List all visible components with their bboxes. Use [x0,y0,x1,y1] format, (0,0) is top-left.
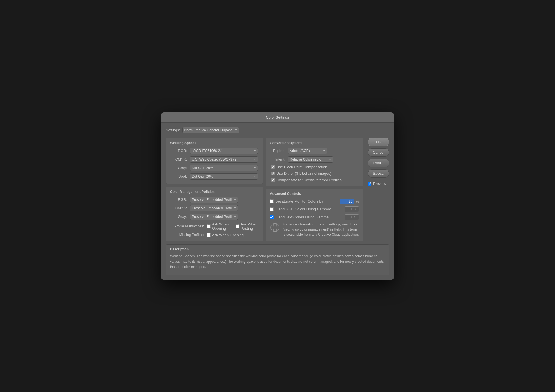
black-point-checkbox[interactable] [271,165,275,169]
advanced-title: Advanced Controls [270,192,359,196]
rgb-label: RGB: [170,149,187,153]
dither-label: Use Dither (8-bit/channel images) [276,171,331,176]
dither-checkbox[interactable] [271,172,275,175]
policy-gray-row: Gray: Preserve Embedded Profiles [170,214,259,220]
rgb-dropdown[interactable]: sRGB IEC61966-2.1 [190,148,258,154]
cmyk-label: CMYK: [170,157,187,161]
conversion-title: Conversion Options [270,141,359,145]
description-section: Description Working Spaces: The working … [166,244,389,275]
black-point-label: Use Black Point Compensation [276,165,327,169]
spot-row: Spot: Dot Gain 20% [170,173,259,180]
settings-dropdown[interactable]: North America General Purpose 2 [182,127,239,133]
blend-rgb-row: Blend RGB Colors Using Gamma: [270,206,359,212]
policy-gray-label: Gray: [170,214,187,219]
missing-profiles-row: Missing Profiles: Ask When Opening [170,233,259,237]
preview-checkbox[interactable] [368,182,371,186]
dither-row: Use Dither (8-bit/channel images) [270,171,359,176]
color-management-title: Color Management Policies [170,190,259,194]
intent-label: Intent: [270,157,285,161]
preview-container: Preview [368,182,389,186]
policy-gray-dropdown[interactable]: Preserve Embedded Profiles [190,214,238,220]
blend-text-row: Blend Text Colors Using Gamma: [270,214,359,220]
ask-opening-check: Ask When Opening [207,222,232,231]
preview-label: Preview [373,182,386,186]
spot-label: Spot: [170,174,187,178]
gray-dropdown[interactable]: Dot Gain 20% [190,165,258,171]
right-area: Conversion Options Engine: Adobe (ACE) I… [266,138,363,241]
scene-referred-row: Compensate for Scene-referred Profiles [270,178,359,182]
policy-rgb-label: RGB: [170,197,187,202]
mismatches-label: Profile Mismatches: [170,224,204,228]
info-row: For more information on color settings, … [270,220,359,237]
policy-rgb-row: RGB: Preserve Embedded Profiles [170,197,259,203]
blend-text-checkbox[interactable] [270,215,274,219]
color-management-section: Color Management Policies RGB: Preserve … [166,187,263,241]
missing-ask-opening-label: Ask When Opening [212,233,244,237]
policy-rgb-dropdown[interactable]: Preserve Embedded Profiles [190,197,238,203]
scene-referred-checkbox[interactable] [271,178,275,182]
preview-check: Preview [368,182,389,186]
main-content: Working Spaces RGB: sRGB IEC61966-2.1 CM… [166,138,389,241]
blend-rgb-checkbox[interactable] [270,207,274,211]
conversion-options-section: Conversion Options Engine: Adobe (ACE) I… [266,138,363,186]
left-panel: Working Spaces RGB: sRGB IEC61966-2.1 CM… [166,138,263,241]
info-text: For more information on color settings, … [283,222,359,237]
desaturate-checkbox[interactable] [270,199,274,203]
policy-cmyk-row: CMYK: Preserve Embedded Profiles [170,205,259,211]
ask-pasting-label: Ask When Pasting [241,222,259,231]
cancel-button[interactable]: Cancel [368,148,389,157]
blend-rgb-input[interactable] [345,206,359,212]
spot-dropdown[interactable]: Dot Gain 20% [190,173,258,180]
load-button[interactable]: Load... [368,159,389,167]
settings-row: Settings: North America General Purpose … [166,127,389,133]
blend-rgb-label: Blend RGB Colors Using Gamma: [275,207,343,211]
blend-text-input[interactable] [345,214,359,220]
intent-row: Intent: Relative Colorimetric [270,156,359,163]
percent-label: % [356,199,359,203]
ask-opening-label: Ask When Opening [212,222,232,231]
desaturate-input[interactable] [340,199,354,204]
missing-ask-opening-checkbox[interactable] [207,233,211,237]
missing-checks: Ask When Opening [207,233,244,237]
profile-mismatches-row: Profile Mismatches: Ask When Opening Ask… [170,222,259,231]
engine-label: Engine: [270,149,285,153]
cmyk-row: CMYK: U.S. Web Coated (SWOP) v2 [170,156,259,163]
desaturate-label: Desaturate Monitor Colors By: [275,199,338,203]
gray-row: Gray: Dot Gain 20% [170,165,259,171]
description-text: Working Spaces: The working space specif… [170,254,385,270]
settings-label: Settings: [166,128,180,132]
intent-dropdown[interactable]: Relative Colorimetric [288,156,333,163]
missing-label: Missing Profiles: [170,233,204,237]
dialog-title: Color Settings [161,112,394,123]
advanced-controls-section: Advanced Controls Desaturate Monitor Col… [266,189,363,241]
working-spaces-title: Working Spaces [170,141,259,145]
rgb-row: RGB: sRGB IEC61966-2.1 [170,148,259,154]
missing-ask-opening-check: Ask When Opening [207,233,244,237]
action-buttons: OK Cancel Load... Save... Preview [368,138,389,186]
policy-cmyk-label: CMYK: [170,206,187,210]
globe-icon [270,222,280,233]
policy-cmyk-dropdown[interactable]: Preserve Embedded Profiles [190,205,238,211]
ask-opening-checkbox[interactable] [207,224,211,228]
engine-row: Engine: Adobe (ACE) [270,148,359,154]
blend-text-label: Blend Text Colors Using Gamma: [275,215,343,219]
cmyk-dropdown[interactable]: U.S. Web Coated (SWOP) v2 [190,156,258,163]
gray-label: Gray: [170,166,187,170]
ok-button[interactable]: OK [368,138,389,146]
desaturate-row: Desaturate Monitor Colors By: % [270,199,359,204]
color-settings-dialog: Color Settings Settings: North America G… [161,112,394,280]
mismatch-checks: Ask When Opening Ask When Pasting [207,222,259,231]
save-button[interactable]: Save... [368,169,389,178]
scene-referred-label: Compensate for Scene-referred Profiles [276,178,342,182]
engine-dropdown[interactable]: Adobe (ACE) [288,148,327,154]
ask-pasting-check: Ask When Pasting [236,222,259,231]
ask-pasting-checkbox[interactable] [236,224,239,228]
working-spaces-section: Working Spaces RGB: sRGB IEC61966-2.1 CM… [166,138,263,184]
description-title: Description [170,247,385,251]
black-point-row: Use Black Point Compensation [270,165,359,169]
